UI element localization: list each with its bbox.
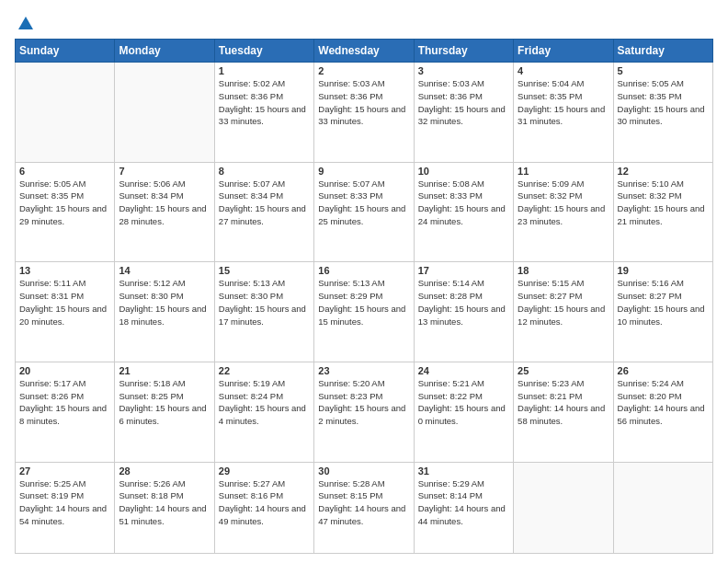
day-info: Sunrise: 5:15 AM Sunset: 8:27 PM Dayligh… <box>518 277 609 327</box>
day-number: 20 <box>19 365 110 376</box>
day-number: 14 <box>119 265 210 276</box>
calendar-cell: 9Sunrise: 5:07 AM Sunset: 8:33 PM Daylig… <box>314 162 414 262</box>
calendar-cell: 6Sunrise: 5:05 AM Sunset: 8:35 PM Daylig… <box>16 162 115 262</box>
day-info: Sunrise: 5:13 AM Sunset: 8:29 PM Dayligh… <box>318 277 409 327</box>
calendar-cell: 31Sunrise: 5:29 AM Sunset: 8:14 PM Dayli… <box>414 462 513 554</box>
day-info: Sunrise: 5:18 AM Sunset: 8:25 PM Dayligh… <box>119 377 210 428</box>
day-info: Sunrise: 5:19 AM Sunset: 8:24 PM Dayligh… <box>219 377 310 428</box>
svg-marker-0 <box>18 17 33 29</box>
day-number: 16 <box>318 265 409 276</box>
day-number: 1 <box>219 65 310 76</box>
day-info: Sunrise: 5:07 AM Sunset: 8:34 PM Dayligh… <box>219 178 310 228</box>
calendar-cell: 14Sunrise: 5:12 AM Sunset: 8:30 PM Dayli… <box>115 262 214 362</box>
day-info: Sunrise: 5:20 AM Sunset: 8:23 PM Dayligh… <box>318 377 409 428</box>
calendar-cell: 17Sunrise: 5:14 AM Sunset: 8:28 PM Dayli… <box>414 262 513 362</box>
day-number: 4 <box>518 65 609 76</box>
calendar-week-row: 1Sunrise: 5:02 AM Sunset: 8:36 PM Daylig… <box>16 63 713 163</box>
day-number: 30 <box>318 465 409 477</box>
calendar-week-row: 27Sunrise: 5:25 AM Sunset: 8:19 PM Dayli… <box>16 462 713 554</box>
calendar-cell: 10Sunrise: 5:08 AM Sunset: 8:33 PM Dayli… <box>414 162 513 262</box>
calendar-cell: 15Sunrise: 5:13 AM Sunset: 8:30 PM Dayli… <box>214 262 313 362</box>
calendar-cell: 7Sunrise: 5:06 AM Sunset: 8:34 PM Daylig… <box>115 162 214 262</box>
calendar-cell: 24Sunrise: 5:21 AM Sunset: 8:22 PM Dayli… <box>414 362 513 462</box>
day-info: Sunrise: 5:06 AM Sunset: 8:34 PM Dayligh… <box>119 178 210 228</box>
day-info: Sunrise: 5:05 AM Sunset: 8:35 PM Dayligh… <box>19 178 110 228</box>
day-info: Sunrise: 5:12 AM Sunset: 8:30 PM Dayligh… <box>119 277 210 327</box>
day-header-friday: Friday <box>514 40 613 63</box>
header <box>15 11 713 33</box>
day-info: Sunrise: 5:02 AM Sunset: 8:36 PM Dayligh… <box>219 77 310 128</box>
calendar-cell: 16Sunrise: 5:13 AM Sunset: 8:29 PM Dayli… <box>314 262 414 362</box>
day-header-saturday: Saturday <box>613 40 712 63</box>
calendar-cell: 8Sunrise: 5:07 AM Sunset: 8:34 PM Daylig… <box>214 162 313 262</box>
day-info: Sunrise: 5:28 AM Sunset: 8:15 PM Dayligh… <box>318 477 409 528</box>
day-info: Sunrise: 5:07 AM Sunset: 8:33 PM Dayligh… <box>318 178 409 228</box>
day-info: Sunrise: 5:14 AM Sunset: 8:28 PM Dayligh… <box>418 277 509 327</box>
calendar-cell: 22Sunrise: 5:19 AM Sunset: 8:24 PM Dayli… <box>214 362 313 462</box>
calendar-cell: 21Sunrise: 5:18 AM Sunset: 8:25 PM Dayli… <box>115 362 214 462</box>
calendar-cell: 11Sunrise: 5:09 AM Sunset: 8:32 PM Dayli… <box>514 162 613 262</box>
day-info: Sunrise: 5:10 AM Sunset: 8:32 PM Dayligh… <box>618 178 709 228</box>
day-number: 26 <box>618 365 709 376</box>
day-number: 5 <box>618 65 709 76</box>
day-info: Sunrise: 5:11 AM Sunset: 8:31 PM Dayligh… <box>19 277 110 327</box>
calendar-cell: 19Sunrise: 5:16 AM Sunset: 8:27 PM Dayli… <box>613 262 712 362</box>
day-number: 28 <box>119 465 210 477</box>
day-number: 12 <box>618 166 709 177</box>
day-number: 29 <box>219 465 310 477</box>
calendar-cell: 29Sunrise: 5:27 AM Sunset: 8:16 PM Dayli… <box>214 462 313 554</box>
calendar-cell <box>16 63 115 163</box>
calendar-cell: 27Sunrise: 5:25 AM Sunset: 8:19 PM Dayli… <box>16 462 115 554</box>
day-info: Sunrise: 5:13 AM Sunset: 8:30 PM Dayligh… <box>219 277 310 327</box>
day-number: 9 <box>318 166 409 177</box>
day-info: Sunrise: 5:27 AM Sunset: 8:16 PM Dayligh… <box>219 477 310 528</box>
calendar-cell: 5Sunrise: 5:05 AM Sunset: 8:35 PM Daylig… <box>613 63 712 163</box>
day-info: Sunrise: 5:16 AM Sunset: 8:27 PM Dayligh… <box>618 277 709 327</box>
calendar-cell: 1Sunrise: 5:02 AM Sunset: 8:36 PM Daylig… <box>214 63 313 163</box>
day-info: Sunrise: 5:25 AM Sunset: 8:19 PM Dayligh… <box>19 477 110 528</box>
calendar-cell <box>514 462 613 554</box>
day-info: Sunrise: 5:26 AM Sunset: 8:18 PM Dayligh… <box>119 477 210 528</box>
calendar-cell: 23Sunrise: 5:20 AM Sunset: 8:23 PM Dayli… <box>314 362 414 462</box>
day-number: 21 <box>119 365 210 376</box>
calendar-header-row: SundayMondayTuesdayWednesdayThursdayFrid… <box>16 40 713 63</box>
day-info: Sunrise: 5:23 AM Sunset: 8:21 PM Dayligh… <box>518 377 609 428</box>
calendar-week-row: 20Sunrise: 5:17 AM Sunset: 8:26 PM Dayli… <box>16 362 713 462</box>
logo-icon <box>17 15 35 33</box>
calendar-cell: 18Sunrise: 5:15 AM Sunset: 8:27 PM Dayli… <box>514 262 613 362</box>
day-number: 15 <box>219 265 310 276</box>
day-number: 3 <box>418 65 509 76</box>
logo <box>15 15 35 33</box>
day-header-monday: Monday <box>115 40 214 63</box>
day-info: Sunrise: 5:04 AM Sunset: 8:35 PM Dayligh… <box>518 77 609 128</box>
day-header-tuesday: Tuesday <box>214 40 313 63</box>
day-number: 24 <box>418 365 509 376</box>
day-number: 7 <box>119 166 210 177</box>
day-number: 17 <box>418 265 509 276</box>
day-info: Sunrise: 5:17 AM Sunset: 8:26 PM Dayligh… <box>19 377 110 428</box>
day-number: 10 <box>418 166 509 177</box>
day-number: 23 <box>318 365 409 376</box>
calendar-week-row: 13Sunrise: 5:11 AM Sunset: 8:31 PM Dayli… <box>16 262 713 362</box>
calendar-cell: 30Sunrise: 5:28 AM Sunset: 8:15 PM Dayli… <box>314 462 414 554</box>
day-number: 31 <box>418 465 509 477</box>
day-number: 18 <box>518 265 609 276</box>
day-number: 11 <box>518 166 609 177</box>
calendar-table: SundayMondayTuesdayWednesdayThursdayFrid… <box>15 39 713 554</box>
day-info: Sunrise: 5:03 AM Sunset: 8:36 PM Dayligh… <box>418 77 509 128</box>
day-info: Sunrise: 5:05 AM Sunset: 8:35 PM Dayligh… <box>618 77 709 128</box>
calendar-cell <box>613 462 712 554</box>
day-info: Sunrise: 5:03 AM Sunset: 8:36 PM Dayligh… <box>318 77 409 128</box>
calendar-cell <box>115 63 214 163</box>
calendar-cell: 12Sunrise: 5:10 AM Sunset: 8:32 PM Dayli… <box>613 162 712 262</box>
day-header-sunday: Sunday <box>16 40 115 63</box>
day-number: 6 <box>19 166 110 177</box>
day-header-wednesday: Wednesday <box>314 40 414 63</box>
day-info: Sunrise: 5:24 AM Sunset: 8:20 PM Dayligh… <box>618 377 709 428</box>
page: SundayMondayTuesdayWednesdayThursdayFrid… <box>0 0 728 563</box>
day-number: 2 <box>318 65 409 76</box>
calendar-cell: 26Sunrise: 5:24 AM Sunset: 8:20 PM Dayli… <box>613 362 712 462</box>
day-info: Sunrise: 5:29 AM Sunset: 8:14 PM Dayligh… <box>418 477 509 528</box>
calendar-cell: 3Sunrise: 5:03 AM Sunset: 8:36 PM Daylig… <box>414 63 513 163</box>
day-number: 22 <box>219 365 310 376</box>
